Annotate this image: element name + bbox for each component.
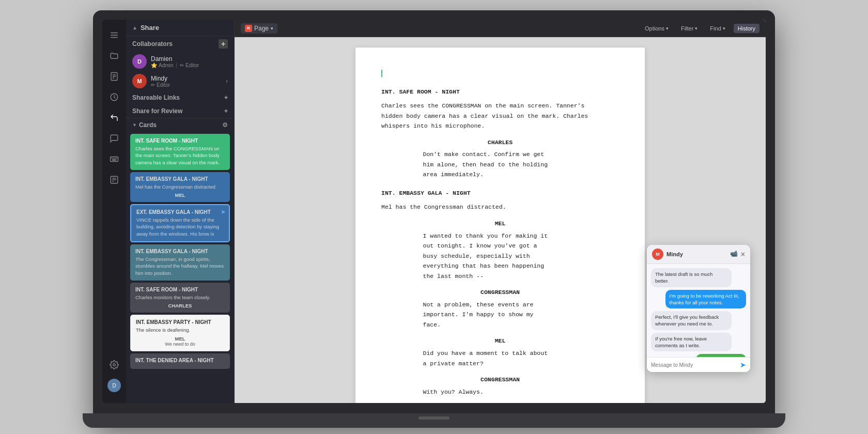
card-2[interactable]: INT. EMBASSY GALA - NIGHT Mel has the Co…	[130, 172, 230, 202]
find-chevron-icon: ▾	[723, 26, 725, 31]
share-panel: ▲ Share Collaborators + D Damien ⭐ Admin…	[126, 20, 235, 403]
damien-avatar: D	[132, 54, 147, 69]
collaborator-damien[interactable]: D Damien ⭐ Admin | ✏ Editor	[126, 52, 234, 71]
collaborators-label: Collaborators	[132, 40, 173, 48]
chat-message-4: If you're free now, leave comments as I …	[651, 333, 732, 352]
sidebar-icons: D	[102, 20, 126, 403]
options-button[interactable]: Options ▾	[641, 24, 673, 33]
top-toolbar: R Page ▾ Options ▾ Filter ▾ Find ▾	[235, 20, 766, 37]
card-4[interactable]: INT. EMBASSY GALA - NIGHT The Congressma…	[130, 244, 230, 281]
add-shareable-link-button[interactable]: +	[224, 94, 228, 101]
card-3[interactable]: EXT. EMBASSY GALA - NIGHT VINCE rappels …	[130, 204, 230, 242]
find-label: Find	[710, 25, 721, 32]
card-4-scene: INT. EMBASSY GALA - NIGHT	[135, 249, 225, 254]
svg-point-18	[113, 364, 116, 366]
damien-role: ⭐ Admin | ✏ Editor	[151, 63, 228, 68]
cards-list: INT. SAFE ROOM - NIGHT Charles sees the …	[126, 132, 234, 403]
mindy-expand-icon[interactable]: ›	[226, 78, 228, 85]
card-7-scene: INT. THE DENIED AREA - NIGHT	[135, 358, 225, 363]
chat-video-icon[interactable]: 📹	[730, 250, 738, 258]
card-5[interactable]: INT. SAFE ROOM - NIGHT Charles monitors …	[130, 283, 230, 313]
add-share-for-review-button[interactable]: +	[224, 107, 228, 115]
mel-character-1: MEL	[381, 219, 619, 229]
share-for-review-section: Share for Review +	[126, 104, 234, 118]
filter-chevron-icon: ▾	[695, 26, 698, 31]
cards-header: ▼ Cards ⚙	[126, 118, 234, 132]
history-icon[interactable]	[105, 88, 123, 106]
card-3-nav-icon[interactable]: ➤	[221, 208, 226, 215]
collaborators-header: Collaborators +	[126, 36, 234, 52]
shareable-links-label: Shareable Links	[132, 94, 180, 101]
share-icon[interactable]	[105, 109, 123, 127]
document-icon[interactable]	[105, 67, 123, 86]
history-label: History	[738, 25, 755, 32]
filter-label: Filter	[681, 25, 693, 32]
user-avatar-icon[interactable]: D	[105, 376, 123, 395]
card-6-body: The silence is deafening.	[136, 327, 224, 333]
card-3-scene: EXT. EMBASSY GALA - NIGHT	[136, 209, 224, 215]
options-label: Options	[645, 25, 664, 32]
comment-icon[interactable]	[105, 129, 123, 148]
scene-1-heading: INT. SAFE ROOM - NIGHT	[381, 87, 619, 97]
congressman-character-2: CONGRESSMAN	[381, 375, 619, 385]
svg-rect-8	[111, 157, 118, 162]
options-chevron-icon: ▾	[666, 26, 669, 31]
damien-name: Damien	[151, 55, 228, 63]
card-6-char-line: We need to do	[136, 342, 224, 347]
chat-message-2: I'm going to be reworking Act III, thank…	[665, 290, 746, 309]
history-button[interactable]: History	[734, 24, 760, 33]
main-content: R Page ▾ Options ▾ Filter ▾ Find ▾	[235, 20, 766, 403]
card-5-scene: INT. SAFE ROOM - NIGHT	[135, 287, 225, 292]
card-1[interactable]: INT. SAFE ROOM - NIGHT Charles sees the …	[130, 134, 230, 170]
chat-input-row: ➤	[647, 357, 750, 372]
collaborator-mindy[interactable]: M Mindy ✏ Editor ›	[126, 71, 234, 91]
card-7[interactable]: INT. THE DENIED AREA - NIGHT	[130, 353, 230, 369]
chat-message-1: The latest draft is so much better.	[651, 268, 732, 287]
menu-icon[interactable]	[105, 26, 123, 44]
mindy-role: ✏ Editor	[151, 82, 222, 88]
card-1-body: Charles sees the CONGRESSMAN on the main…	[135, 145, 225, 166]
triangle-icon: ▲	[132, 25, 137, 30]
cards-header-left: ▼ Cards	[132, 121, 157, 129]
page-label: Page	[254, 25, 269, 32]
chat-avatar: M	[652, 249, 663, 260]
folder-icon[interactable]	[105, 47, 123, 65]
settings-icon[interactable]	[105, 355, 123, 374]
congressman-character-1: CONGRESSMAN	[381, 287, 619, 298]
cards-label: Cards	[139, 121, 157, 129]
card-2-body: Mel has the Congressman distracted.	[135, 183, 225, 190]
card-6[interactable]: INT. EMBASSY PARTY - NIGHT The silence i…	[130, 315, 230, 351]
scene-2-action-2: She takes his hand, guiding him way from…	[381, 401, 619, 403]
document-wrapper: INT. SAFE ROOM - NIGHT Charles sees the …	[235, 37, 766, 403]
congressman-dialogue-2: With you? Always.	[423, 387, 578, 397]
cards-triangle-icon: ▼	[132, 122, 137, 128]
keyboard-icon[interactable]	[105, 150, 123, 168]
chat-send-button[interactable]: ➤	[740, 361, 746, 369]
card-5-char: CHARLES	[135, 303, 225, 308]
find-button[interactable]: Find ▾	[706, 24, 729, 33]
mindy-avatar: M	[132, 74, 147, 88]
card-5-body: Charles monitors the team closely.	[135, 294, 225, 301]
charles-dialogue: Don't make contact. Confirm we get him a…	[423, 149, 578, 180]
page-selector[interactable]: R Page ▾	[241, 23, 277, 34]
card-3-body: VINCE rappels down the side of the build…	[136, 216, 224, 237]
chat-close-button[interactable]: ×	[741, 250, 745, 258]
shareable-links-section: Shareable Links +	[126, 91, 234, 104]
mindy-name: Mindy	[151, 75, 222, 82]
page-chevron-icon: ▾	[271, 26, 273, 31]
card-4-body: The Congressman, in good spirits, stumbl…	[135, 256, 225, 276]
laptop-notch	[419, 416, 450, 420]
scene-2-action: Mel has the Congressman distracted.	[381, 202, 619, 212]
chat-input[interactable]	[651, 362, 737, 368]
notes-icon[interactable]	[105, 171, 123, 189]
cursor-indicator	[381, 70, 382, 77]
card-2-char: MEL	[135, 192, 225, 198]
add-collaborator-button[interactable]: +	[219, 39, 228, 49]
page-icon: R	[245, 25, 252, 32]
cards-filter-icon[interactable]: ⚙	[222, 121, 228, 129]
screenplay-page: INT. SAFE ROOM - NIGHT Charles sees the …	[355, 48, 645, 403]
chat-message-3: Perfect, I'll give you feedback whenever…	[651, 311, 732, 330]
chat-name: Mindy	[667, 251, 727, 257]
mel-dialogue-1: I wanted to thank you for making it out …	[423, 231, 578, 282]
filter-button[interactable]: Filter ▾	[677, 24, 702, 33]
